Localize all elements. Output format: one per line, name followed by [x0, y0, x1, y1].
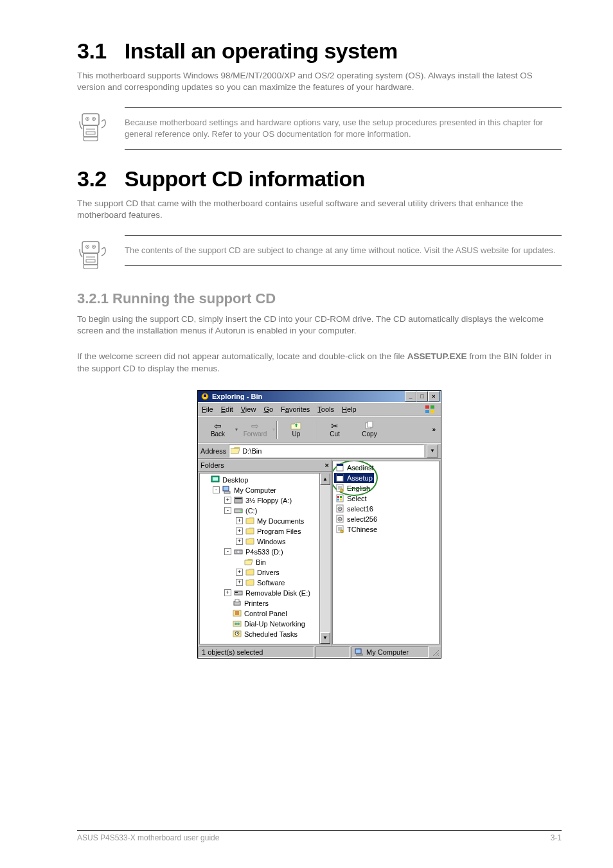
file-item[interactable]: Ascdinst [334, 463, 375, 473]
minimize-button[interactable]: _ [405, 391, 416, 402]
collapse-icon[interactable]: - [224, 548, 231, 555]
expand-icon[interactable]: + [236, 569, 243, 576]
scrollbar[interactable]: ▲ ▼ [319, 474, 330, 644]
folders-pane-close-button[interactable]: × [325, 461, 329, 469]
printers-icon [233, 599, 242, 607]
tree-node-label: Windows [257, 538, 286, 545]
copy-button[interactable]: Copy [352, 418, 387, 442]
section-paragraph: This motherboard supports Windows 98/ME/… [77, 70, 562, 93]
file-label: Select [347, 495, 367, 502]
mycomputer-icon [222, 486, 231, 494]
tree-node[interactable]: +Windows [201, 536, 330, 547]
tree-node[interactable]: +Removable Disk (E:) [201, 588, 330, 598]
expand-icon[interactable]: + [224, 589, 231, 596]
section-paragraph: The support CD that came with the mother… [77, 198, 562, 221]
back-button[interactable]: ⇦ Back [200, 418, 235, 442]
tree-node[interactable]: +Program Files [201, 526, 330, 536]
collapse-icon[interactable]: - [224, 507, 231, 514]
note-text: Because motherboard settings and hardwar… [125, 107, 562, 149]
status-mid [315, 646, 350, 658]
tree-node[interactable]: -My Computer [201, 485, 330, 495]
folder-tree[interactable]: Desktop-My Computer+3½ Floppy (A:)-(C:)+… [199, 473, 330, 644]
expand-icon[interactable]: + [236, 579, 243, 586]
subsection-heading: 3.2.1 Running the support CD [77, 290, 562, 307]
svg-rect-65 [355, 649, 361, 653]
collapse-icon[interactable]: - [213, 486, 220, 493]
svg-point-59 [339, 508, 341, 509]
folder-open-icon [231, 447, 240, 455]
file-item[interactable]: Select [334, 493, 368, 504]
svg-rect-19 [204, 394, 206, 397]
svg-point-35 [237, 551, 240, 554]
svg-rect-54 [340, 496, 342, 498]
file-item[interactable]: select256 [334, 514, 378, 524]
menu-go[interactable]: Go [263, 405, 273, 413]
svg-point-33 [240, 510, 242, 511]
tree-node[interactable]: +Software [201, 578, 330, 588]
titlebar[interactable]: Exploring - Bin _ □ × [198, 391, 441, 402]
svg-rect-56 [340, 499, 342, 500]
tree-node[interactable]: Dial-Up Networking [201, 619, 330, 629]
expand-icon[interactable]: + [236, 538, 243, 545]
tree-node[interactable]: Control Panel [201, 608, 330, 619]
scroll-up-button[interactable]: ▲ [320, 474, 330, 485]
menubar: File Edit View Go Favorites Tools Help [198, 402, 441, 416]
tree-node[interactable]: Desktop [201, 475, 330, 485]
section-title: Support CD information [125, 166, 365, 191]
svg-point-13 [93, 246, 94, 247]
folder-icon [245, 578, 254, 587]
expand-icon[interactable]: + [236, 527, 243, 535]
address-input[interactable]: D:\Bin [229, 445, 424, 457]
menu-file[interactable]: File [202, 405, 213, 413]
toolbar-label: Back [211, 430, 225, 438]
file-item[interactable]: English [334, 483, 371, 493]
menu-favorites[interactable]: Favorites [281, 405, 310, 413]
tree-node[interactable]: Scheduled Tasks [201, 629, 330, 639]
control-icon [233, 609, 242, 617]
address-dropdown-button[interactable]: ▼ [427, 445, 438, 457]
svg-point-43 [237, 623, 240, 625]
file-item[interactable]: select16 [334, 504, 375, 514]
menu-view[interactable]: View [241, 405, 256, 413]
tree-node[interactable]: Bin [201, 557, 330, 567]
forward-button[interactable]: ⇨ Forward [238, 418, 272, 442]
maximize-button[interactable]: □ [416, 391, 428, 402]
expand-icon[interactable]: + [224, 497, 231, 504]
svg-point-62 [339, 518, 341, 520]
svg-rect-20 [425, 405, 429, 409]
tree-node[interactable]: +3½ Floppy (A:) [201, 495, 330, 506]
tree-node-label: My Documents [257, 517, 304, 525]
emphasis-filename: ASSETUP.EXE [407, 351, 467, 361]
toolbar-overflow[interactable]: » [432, 426, 438, 433]
tree-node[interactable]: +My Documents [201, 516, 330, 526]
ini-icon [335, 484, 344, 492]
up-button[interactable]: Up [279, 418, 314, 442]
svg-rect-23 [431, 410, 434, 413]
resize-grip-icon[interactable] [431, 648, 440, 657]
expand-icon[interactable]: + [236, 517, 243, 524]
tree-node[interactable]: +Drivers [201, 567, 330, 578]
cut-button[interactable]: ✂ Cut [317, 418, 352, 442]
file-list[interactable]: AscdinstAssetupEnglishSelectselect16sele… [332, 461, 440, 644]
file-item[interactable]: TChinese [334, 524, 378, 535]
tree-node[interactable]: -(C:) [201, 506, 330, 516]
menu-tools[interactable]: Tools [317, 405, 334, 413]
note-robot-icon [77, 111, 109, 146]
para-text: If the welcome screen did not appear aut… [77, 351, 407, 361]
tree-node-label: Removable Disk (E:) [245, 589, 310, 597]
scroll-down-button[interactable]: ▼ [320, 632, 330, 644]
tree-node-label: 3½ Floppy (A:) [245, 497, 292, 504]
menu-edit[interactable]: Edit [221, 405, 233, 413]
mycomputer-icon [355, 648, 364, 656]
expand-spacer [224, 600, 230, 606]
scroll-track[interactable] [320, 485, 330, 632]
explorer-window: Exploring - Bin _ □ × File Edit View Go … [197, 390, 441, 659]
cd-icon [234, 547, 243, 556]
tree-node[interactable]: Printers [201, 598, 330, 608]
tree-node[interactable]: -P4s533 (D:) [201, 547, 330, 557]
tree-node-label: Software [257, 579, 285, 587]
file-label: TChinese [347, 526, 377, 533]
menu-help[interactable]: Help [342, 405, 357, 413]
file-item[interactable]: Assetup [334, 473, 374, 483]
close-button[interactable]: × [428, 391, 440, 402]
